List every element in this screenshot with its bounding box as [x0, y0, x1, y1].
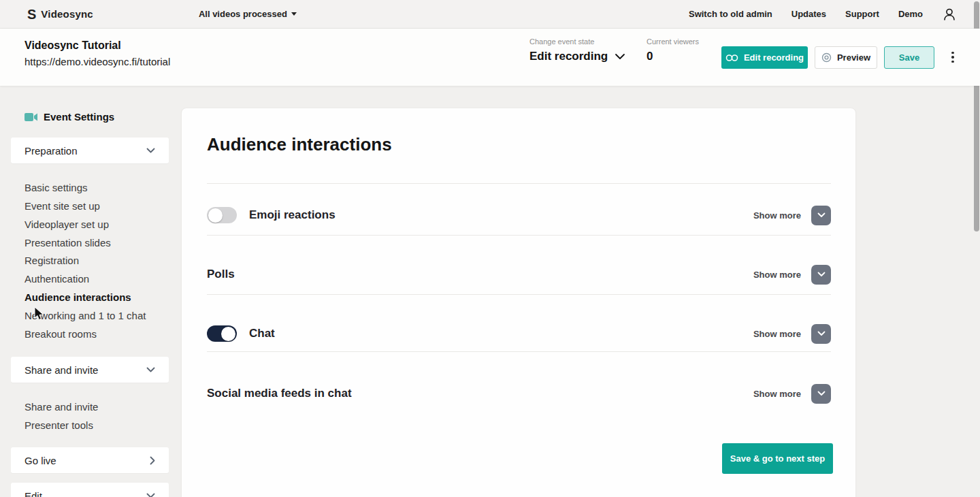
event-url[interactable]: https://demo.videosync.fi/tutorial: [24, 56, 170, 67]
sidebar-item-videoplayer-set-up[interactable]: Videoplayer set up: [24, 219, 109, 230]
social-media-feeds-label: Social media feeds in chat: [207, 387, 352, 400]
video-camera-icon: [24, 112, 38, 122]
chat-toggle[interactable]: [207, 325, 237, 342]
emoji-reactions-toggle[interactable]: [207, 207, 237, 223]
edit-recording-button[interactable]: Edit recording: [721, 46, 808, 69]
event-state-value: Edit recording: [529, 50, 608, 63]
social-expand-button[interactable]: [811, 384, 831, 404]
chevron-down-icon: [146, 367, 155, 372]
chevron-down-icon: [146, 493, 155, 497]
preview-label: Preview: [837, 52, 870, 63]
sidebar-section-share-and-invite[interactable]: Share and invite: [11, 357, 169, 383]
event-header: Videosync Tutorial https://demo.videosyn…: [0, 29, 980, 86]
sidebar-item-breakout-rooms[interactable]: Breakout rooms: [24, 328, 97, 340]
save-button[interactable]: Save: [884, 46, 934, 69]
sidebar-section-go-live[interactable]: Go live: [11, 447, 169, 473]
event-settings-title: Event Settings: [44, 111, 114, 123]
save-and-next-step-button[interactable]: Save & go to next step: [722, 443, 833, 474]
edit-recording-label: Edit recording: [744, 52, 804, 63]
divider: [207, 294, 831, 295]
chat-expand-button[interactable]: [811, 324, 831, 344]
videos-processed-dropdown[interactable]: All videos processed: [199, 9, 297, 19]
social-show-more-link[interactable]: Show more: [753, 389, 801, 399]
chevron-down-icon: [615, 53, 625, 60]
panel-title: Audience interactions: [207, 134, 392, 155]
sidebar-item-presentation-slides[interactable]: Presentation slides: [24, 237, 111, 248]
sidebar-item-authentication[interactable]: Authentication: [24, 273, 89, 285]
current-viewers-label: Current viewers: [647, 37, 699, 46]
polls-expand-button[interactable]: [811, 265, 831, 285]
sidebar-section-preparation[interactable]: Preparation: [11, 138, 169, 163]
chevron-down-icon: [817, 212, 826, 218]
audience-interactions-panel: Audience interactions Emoji reactions Sh…: [181, 108, 856, 497]
chevron-down-icon: [146, 148, 155, 153]
divider: [207, 235, 831, 236]
preview-icon: [821, 52, 832, 63]
more-options-kebab-icon[interactable]: [946, 45, 960, 69]
recording-icon: [725, 54, 738, 62]
topbar-links: Switch to old admin Updates Support Demo: [689, 7, 957, 22]
emoji-reactions-label: Emoji reactions: [249, 208, 336, 222]
chat-show-more-link[interactable]: Show more: [753, 329, 801, 339]
videosync-logo[interactable]: S Videosync: [27, 7, 93, 21]
event-title: Videosync Tutorial: [24, 39, 121, 52]
top-bar: S Videosync All videos processed Switch …: [0, 0, 980, 29]
sidebar-item-registration[interactable]: Registration: [24, 255, 79, 266]
videos-processed-label: All videos processed: [199, 9, 287, 19]
sidebar-item-presenter-tools[interactable]: Presenter tools: [24, 419, 93, 431]
row-polls: Polls Show more: [207, 261, 831, 288]
emoji-show-more-link[interactable]: Show more: [753, 210, 801, 221]
sidebar-item-event-site-set-up[interactable]: Event site set up: [24, 200, 100, 212]
event-state-dropdown[interactable]: Edit recording: [529, 50, 625, 63]
chat-label: Chat: [249, 327, 275, 340]
current-viewers-count: 0: [647, 50, 653, 63]
emoji-expand-button[interactable]: [811, 206, 831, 225]
switch-old-admin-link[interactable]: Switch to old admin: [689, 9, 772, 19]
videosync-logo-icon: S: [27, 7, 36, 21]
videosync-logo-text: Videosync: [41, 8, 93, 20]
support-link[interactable]: Support: [845, 9, 879, 19]
save-label: Save: [899, 52, 919, 63]
sidebar-section-edit[interactable]: Edit: [11, 483, 169, 497]
sidebar-item-basic-settings[interactable]: Basic settings: [24, 182, 88, 193]
chevron-right-icon: [150, 456, 155, 465]
polls-show-more-link[interactable]: Show more: [753, 270, 801, 280]
preview-button[interactable]: Preview: [815, 46, 877, 69]
row-emoji-reactions: Emoji reactions Show more: [207, 202, 831, 229]
sidebar-item-share-and-invite[interactable]: Share and invite: [24, 401, 98, 413]
chevron-down-icon: [817, 391, 826, 396]
chevron-down-icon: [817, 331, 826, 336]
row-chat: Chat Show more: [207, 320, 831, 347]
event-settings-header: Event Settings: [24, 111, 114, 123]
updates-link[interactable]: Updates: [791, 9, 826, 19]
chevron-down-icon: [817, 272, 826, 277]
polls-label: Polls: [207, 268, 235, 281]
sidebar-item-networking-1to1-chat[interactable]: Networking and 1 to 1 chat: [24, 310, 146, 321]
row-social-media-feeds: Social media feeds in chat Show more: [207, 380, 831, 407]
change-event-state-label: Change event state: [529, 37, 594, 46]
divider: [207, 183, 831, 184]
demo-link[interactable]: Demo: [898, 9, 923, 19]
caret-down-icon: [291, 12, 297, 16]
user-account-icon[interactable]: [942, 7, 957, 22]
divider: [207, 351, 831, 352]
sidebar-item-audience-interactions[interactable]: Audience interactions: [24, 291, 131, 303]
